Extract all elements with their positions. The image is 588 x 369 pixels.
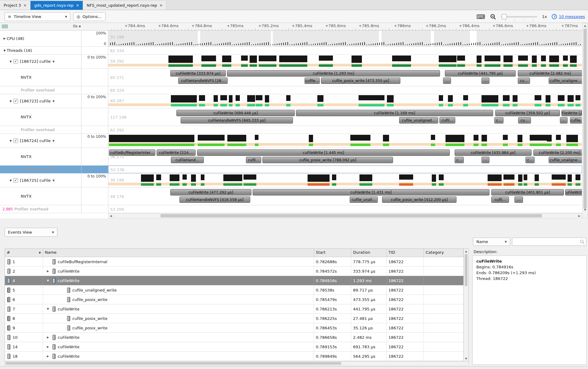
table-row[interactable]: 14▶cuFileWrite0.789153s691.783 µs186722 — [5, 342, 464, 352]
scrollbar-thumb[interactable] — [161, 214, 542, 217]
nvtx-range-bar[interactable]: cufile_unali… — [350, 196, 378, 203]
timeline-ruler[interactable]: .2ms+784.4ms+784.6ms+784.8ms+785ms+785.2… — [108, 23, 582, 30]
nvtx-range-bar[interactable]: cuFileHandleNVFS [416.558 µs] — [179, 196, 250, 203]
timeline-row-track[interactable]: 95 271cuFileWrite [333.974 µs]cuFileWrit… — [108, 69, 582, 86]
tree-expand-icon[interactable]: ▼ — [9, 139, 13, 142]
table-row[interactable]: 6cufile_posix_write0.785479s473.355 µs18… — [5, 295, 464, 304]
chevron-down-icon[interactable]: ▼ — [52, 100, 55, 103]
nvtx-range-bar[interactable]: cuFileWrite [441.795 µs] — [445, 70, 516, 77]
tree-expand-icon[interactable]: ▶ — [2, 37, 7, 40]
nvtx-range-bar[interactable]: cuFileWrite [1.431 ms] — [253, 189, 489, 195]
slider-thumb[interactable] — [502, 14, 507, 19]
thread-visibility-checkbox[interactable]: ✓ — [13, 99, 18, 103]
nvtx-range-bar[interactable]: cuFileWrite [359.502 µs] — [495, 110, 560, 116]
timeline-row-label-cell[interactable]: ▼Threads (16) — [0, 47, 81, 54]
timeline-row-track[interactable]: 62 292 — [108, 126, 582, 134]
nvtx-range-bar[interactable]: cufile_posix_write [473.355 µs] — [321, 77, 400, 84]
timeline-row-label-cell[interactable]: NVTX — [0, 69, 81, 86]
timeline-row-track[interactable]: 89 329 — [108, 86, 582, 94]
timeline-row-track[interactable]: 60 287 — [108, 94, 582, 108]
timeline-row-label-cell[interactable]: ▼✓[186725] cuFile ▼ — [0, 174, 81, 187]
nvtx-range-bar[interactable]: … — [482, 77, 489, 84]
tree-expand-icon[interactable]: ▼ — [2, 49, 7, 52]
column-header-num[interactable]: #▼ — [5, 249, 43, 257]
nvtx-range-bar[interactable]: cuFileWrite [435.984 µs] — [455, 149, 532, 156]
nvtx-range-bar[interactable]: cuFileWrite [401.801 µs] — [491, 189, 564, 195]
tree-expand-icon[interactable]: ▼ — [45, 279, 50, 282]
timeline-row-track[interactable]: 36 175cuFileBufRegisterInter…cuFileWrite… — [108, 148, 582, 165]
nvtx-range-bar[interactable]: cuFileWrite [699.446 µs] — [176, 110, 295, 116]
nvtx-range-bar[interactable]: cuFileWrite [477.292 µs] — [170, 189, 251, 195]
nvtx-range-bar[interactable]: cuFileWrite [224.… — [157, 149, 196, 156]
tab-gds-report[interactable]: gds_report.nsys-rep ✕ — [31, 1, 83, 10]
nvtx-range-bar[interactable]: … — [560, 117, 568, 124]
nvtx-range-bar[interactable]: cuFileHand… — [171, 157, 204, 163]
tree-expand-icon[interactable]: ▼ — [45, 307, 50, 310]
table-row[interactable]: 10▶cuFileWrite0.786658s2.482 ms186722 — [5, 333, 464, 342]
timeline-row-track[interactable]: 52 236 — [108, 166, 582, 173]
table-row[interactable]: 2▶cuFileWrite0.784572s333.974 µs186722 — [5, 267, 464, 276]
table-row[interactable]: 9cufile_posix_write0.786453s35.126 µs186… — [5, 323, 464, 333]
nvtx-range-bar[interactable]: c… — [455, 157, 464, 163]
timeline-row-track[interactable]: 36 196 — [108, 174, 582, 187]
close-icon[interactable]: ✕ — [160, 3, 163, 8]
scroll-down-icon[interactable]: ▼ — [583, 208, 588, 211]
close-icon[interactable]: ✕ — [23, 3, 27, 8]
chevron-down-icon[interactable]: ▼ — [52, 60, 55, 63]
table-row[interactable]: 4▼cuFileWrite0.784916s1.293 ms186722 — [5, 276, 464, 285]
timeline-row-track[interactable]: 82 334 — [108, 47, 582, 54]
scroll-right-icon[interactable]: ▶ — [578, 214, 580, 217]
nvtx-range-bar[interactable]: … — [482, 157, 489, 163]
scrollbar-thumb[interactable] — [5, 362, 341, 365]
thread-visibility-checkbox[interactable]: ✓ — [13, 59, 18, 64]
timeline-row-label-cell[interactable]: NVTX — [0, 188, 81, 205]
nvtx-range-bar[interactable]: cuFileWrite [2.482 ms] — [518, 70, 582, 77]
nvtx-range-bar[interactable]: cuFileWrite [2… — [561, 110, 582, 116]
column-header-name[interactable]: Name — [43, 249, 314, 257]
tree-expand-icon[interactable]: ▶ — [45, 345, 50, 348]
tree-expand-icon[interactable]: ▼ — [9, 100, 13, 103]
chevron-down-icon[interactable]: ▼ — [52, 179, 55, 182]
column-header-category[interactable]: Category — [424, 249, 464, 257]
thread-visibility-checkbox[interactable]: ✓ — [13, 178, 18, 183]
nvtx-range-bar[interactable]: cufile_unaligne… — [549, 77, 582, 84]
tab-project-3[interactable]: Project 3 ✕ — [0, 1, 31, 10]
options-button[interactable]: ◎ Options... — [73, 12, 106, 21]
timeline-row-label-cell[interactable]: NVTX — [0, 148, 81, 165]
timeline-row-label-cell[interactable]: ▼✓[186722] cuFile ▼ — [0, 55, 81, 68]
table-row[interactable]: 18▶cuFileWrite0.789849s564.295 µs186722 — [5, 352, 464, 361]
timeline-row-label-cell[interactable]: Profiler overhead — [0, 166, 81, 173]
tree-expand-icon[interactable]: ▶ — [45, 355, 50, 358]
tree-expand-icon[interactable]: ▶ — [45, 270, 50, 273]
nvtx-range-bar[interactable]: cufile_unaligne… — [549, 157, 582, 163]
timeline-row-label-cell[interactable]: Profiler overhead — [0, 86, 81, 94]
nvtx-range-bar[interactable]: … — [443, 77, 451, 84]
search-input[interactable] — [514, 238, 578, 245]
timeline-row-label-cell[interactable]: ▼✓[186724] cuFile ▼ — [0, 134, 81, 148]
close-icon[interactable]: ✕ — [76, 3, 79, 8]
nvtx-range-bar[interactable]: cuFileWrite [2.200 ms] — [533, 149, 582, 156]
timeline-row-label-cell[interactable]: ▶CPU (48) — [0, 30, 81, 46]
timeline-row-track[interactable]: 31 189 — [108, 30, 582, 46]
nvtx-range-bar[interactable]: cuFileWrite [1.445 ms] — [197, 149, 450, 156]
timeline-row-track[interactable]: 127 198cuFileWrite [699.446 µs]cuFileWri… — [108, 108, 582, 126]
nvtx-range-bar[interactable]: cufil… — [246, 157, 261, 163]
view-selector-dropdown[interactable]: ≡ Timeline View ▼ — [5, 12, 70, 21]
nvtx-range-bar[interactable]: cufile_posix_write [412.200 µs] — [382, 196, 456, 203]
timeline-row-track[interactable]: 53 206 — [108, 205, 582, 213]
filter-field-dropdown[interactable]: Name ▼ — [473, 238, 510, 246]
nvtx-range-bar[interactable]: cufile… — [305, 77, 320, 84]
timeline-row-track[interactable] — [108, 134, 582, 148]
table-row[interactable]: 1cuFileBufRegisterInternal0.782688s778.7… — [5, 257, 464, 267]
tree-expand-icon[interactable]: ▼ — [9, 179, 13, 182]
info-icon[interactable]: i — [552, 14, 557, 19]
column-header-start[interactable]: Start — [314, 249, 351, 257]
nvtx-range-bar[interactable]: … — [514, 196, 523, 203]
column-header-tid[interactable]: TID — [387, 249, 424, 257]
thread-visibility-checkbox[interactable]: ✓ — [13, 138, 18, 143]
tree-expand-icon[interactable]: ▶ — [45, 336, 50, 339]
nvtx-range-bar[interactable]: cuFileHandleNVFS [28… — [178, 77, 228, 84]
nvtx-range-bar[interactable]: cufil… — [439, 117, 455, 124]
timeline-row-label-cell[interactable]: NVTX — [0, 108, 81, 126]
timeline-row-label-cell[interactable]: ▼✓[186723] cuFile ▼ — [0, 94, 81, 108]
